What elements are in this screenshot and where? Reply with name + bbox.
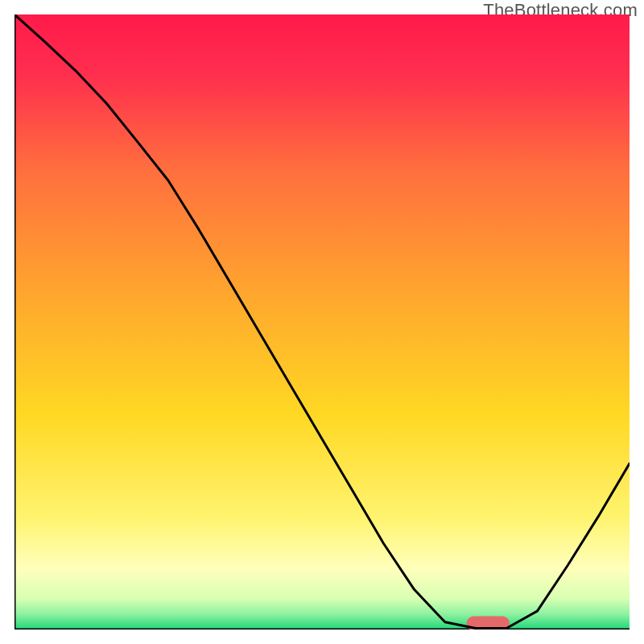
chart-svg [14,14,630,630]
plot-area [14,14,630,630]
chart-frame: TheBottleneck.com [0,0,644,644]
gradient-background [14,14,630,630]
